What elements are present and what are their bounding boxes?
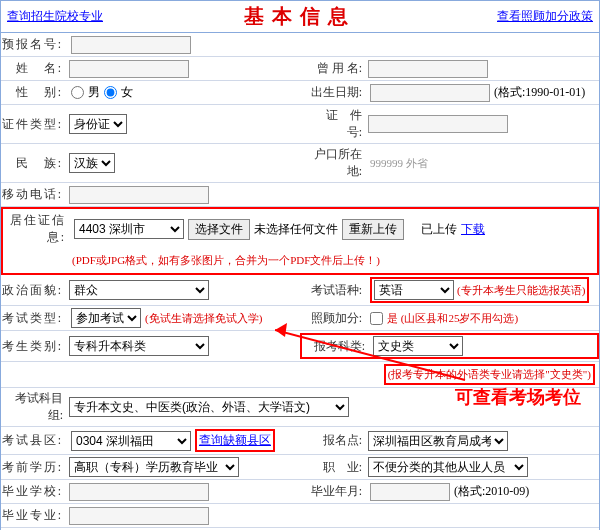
grad-date-input[interactable] [370, 483, 450, 501]
political-select[interactable]: 群众 [69, 280, 209, 300]
query-district-link[interactable]: 查询缺额县区 [199, 432, 271, 449]
gender-male-radio[interactable] [71, 86, 84, 99]
exam-point-label: 报名点: [300, 432, 368, 449]
grad-date-label: 毕业年月: [300, 483, 368, 500]
idtype-label: 证件类型: [1, 116, 69, 133]
birth-hint: (格式:1990-01-01) [494, 84, 585, 101]
exam-type-label: 考试类型: [1, 310, 69, 327]
grad-date-hint: (格式:2010-09) [454, 483, 529, 500]
idno-label: 证 件 号: [300, 107, 368, 141]
ethnic-select[interactable]: 汉族 [69, 153, 115, 173]
subject-group-label: 考试科目组: [1, 390, 69, 424]
occupation-select[interactable]: 不便分类的其他从业人员 [368, 457, 528, 477]
idno-input[interactable] [368, 115, 508, 133]
svg-line-0 [275, 330, 465, 380]
annotation-arrow [275, 320, 485, 400]
residence-label: 居住证信息: [4, 212, 72, 246]
alias-label: 曾 用 名: [300, 60, 368, 77]
exam-lang-label: 考试语种: [300, 282, 368, 299]
query-school-major-link[interactable]: 查询招生院校专业 [7, 8, 103, 25]
prereg-label: 预报名号: [1, 36, 69, 53]
name-input[interactable] [69, 60, 189, 78]
subject-group-select[interactable]: 专升本文史、中医类(政治、外语、大学语文) [69, 397, 349, 417]
grad-major-label: 毕业专业: [1, 507, 69, 524]
birth-label: 出生日期: [300, 84, 368, 101]
annotation-text: 可查看考场考位 [455, 385, 581, 409]
occupation-label: 职 业: [300, 459, 368, 476]
grad-major-input[interactable] [69, 507, 209, 525]
exam-lang-select[interactable]: 英语 [374, 280, 454, 300]
svg-marker-1 [275, 323, 287, 337]
exam-district-select[interactable]: 0304 深圳福田 [71, 431, 191, 451]
alias-input[interactable] [368, 60, 488, 78]
exam-type-select[interactable]: 参加考试 [71, 308, 141, 328]
no-file-text: 未选择任何文件 [254, 221, 338, 238]
bonus-policy-link[interactable]: 查看照顾加分政策 [497, 8, 593, 25]
census-value: 999999 外省 [370, 156, 428, 171]
idtype-select[interactable]: 身份证 [69, 114, 127, 134]
uploaded-text: 已上传 [421, 221, 457, 238]
gender-female-radio[interactable] [104, 86, 117, 99]
census-label: 户口所在地: [300, 146, 368, 180]
ethnic-label: 民 族: [1, 155, 69, 172]
reupload-button[interactable]: 重新上传 [342, 219, 404, 240]
gender-label: 性 别: [1, 84, 69, 101]
exam-point-select[interactable]: 深圳福田区教育局成考 [368, 431, 508, 451]
political-label: 政治面貌: [1, 282, 69, 299]
page-title: 基本信息 [103, 3, 497, 30]
mobile-label: 移动电话: [1, 186, 69, 203]
residence-hint: (PDF或JPG格式，如有多张图片，合并为一个PDF文件后上传！) [72, 253, 380, 268]
exam-district-label: 考试县区: [1, 432, 69, 449]
pre-edu-select[interactable]: 高职（专科）学历教育毕业 [69, 457, 239, 477]
female-label: 女 [121, 84, 133, 101]
grad-school-label: 毕业学校: [1, 483, 69, 500]
mobile-input[interactable] [69, 186, 209, 204]
name-label: 姓 名: [1, 60, 69, 77]
download-link[interactable]: 下载 [461, 221, 485, 238]
prereg-value [71, 36, 191, 54]
birth-input[interactable] [370, 84, 490, 102]
select-file-button[interactable]: 选择文件 [188, 219, 250, 240]
candidate-type-label: 考生类别: [1, 338, 69, 355]
male-label: 男 [88, 84, 100, 101]
exam-type-hint: (免试生请选择免试入学) [145, 311, 262, 326]
pre-edu-label: 考前学历: [1, 459, 69, 476]
lang-hint: (专升本考生只能选报英语) [457, 283, 585, 298]
candidate-type-select[interactable]: 专科升本科类 [69, 336, 209, 356]
grad-school-input[interactable] [69, 483, 209, 501]
residence-city-select[interactable]: 4403 深圳市 [74, 219, 184, 239]
